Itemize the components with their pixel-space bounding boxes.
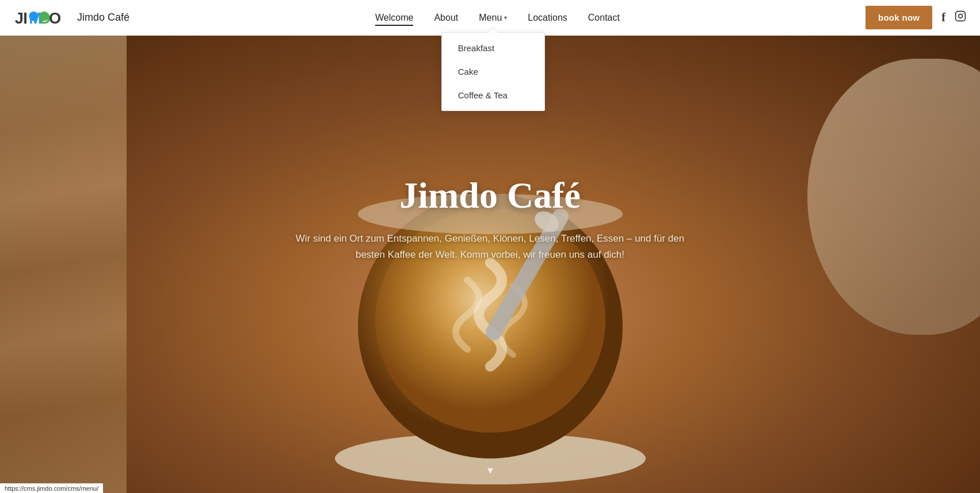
svg-point-8: [959, 14, 963, 18]
nav-item-menu: Menu ▾ Breakfast Cake Coffee & Tea: [479, 10, 507, 25]
nav-link-locations[interactable]: Locations: [528, 10, 567, 25]
hero-title: Jimdo Café: [295, 174, 686, 217]
brand-name: Jimdo Café: [77, 12, 129, 24]
svg-point-9: [963, 13, 964, 14]
navbar: J I M D O Jimdo Café Welcome About Menu …: [0, 0, 980, 36]
dropdown-item-coffee-tea[interactable]: Coffee & Tea: [442, 83, 544, 107]
nav-link-menu[interactable]: Menu ▾: [479, 10, 507, 25]
nav-item-about: About: [434, 13, 458, 23]
jimdo-logo-icon: J I M D O: [14, 7, 71, 28]
hero-wood-texture: [0, 36, 127, 493]
svg-text:I: I: [23, 9, 28, 27]
dropdown-item-breakfast[interactable]: Breakfast: [442, 36, 544, 60]
instagram-icon: [955, 10, 966, 22]
svg-text:J: J: [15, 9, 24, 27]
facebook-link[interactable]: f: [941, 11, 945, 24]
status-url: https://cms.jimdo.com/cms/menu/: [5, 485, 98, 492]
nav-item-locations: Locations: [528, 13, 567, 23]
menu-chevron-icon: ▾: [504, 14, 507, 21]
dropdown-item-cake[interactable]: Cake: [442, 60, 544, 83]
status-bar: https://cms.jimdo.com/cms/menu/: [0, 483, 103, 493]
nav-link-welcome[interactable]: Welcome: [375, 10, 413, 26]
scroll-down-indicator[interactable]: ▾: [487, 463, 493, 477]
svg-rect-7: [956, 12, 966, 21]
brand-logo-link[interactable]: J I M D O Jimdo Café: [14, 7, 129, 28]
hero-content: Jimdo Café Wir sind ein Ort zum Entspann…: [283, 174, 697, 285]
hero-subtitle: Wir sind ein Ort zum Entspannen, Genieße…: [295, 231, 686, 262]
book-now-button[interactable]: book now: [865, 6, 932, 29]
svg-text:O: O: [49, 9, 61, 27]
nav-link-contact[interactable]: Contact: [588, 10, 620, 25]
nav-item-welcome: Welcome: [375, 13, 413, 23]
instagram-link[interactable]: [955, 10, 966, 25]
menu-dropdown: Breakfast Cake Coffee & Tea: [441, 32, 545, 111]
navbar-right: book now f: [865, 6, 966, 29]
nav-links: Welcome About Menu ▾ Breakfast Cake Coff…: [375, 10, 620, 25]
nav-link-about[interactable]: About: [434, 10, 458, 25]
nav-item-contact: Contact: [588, 13, 620, 23]
